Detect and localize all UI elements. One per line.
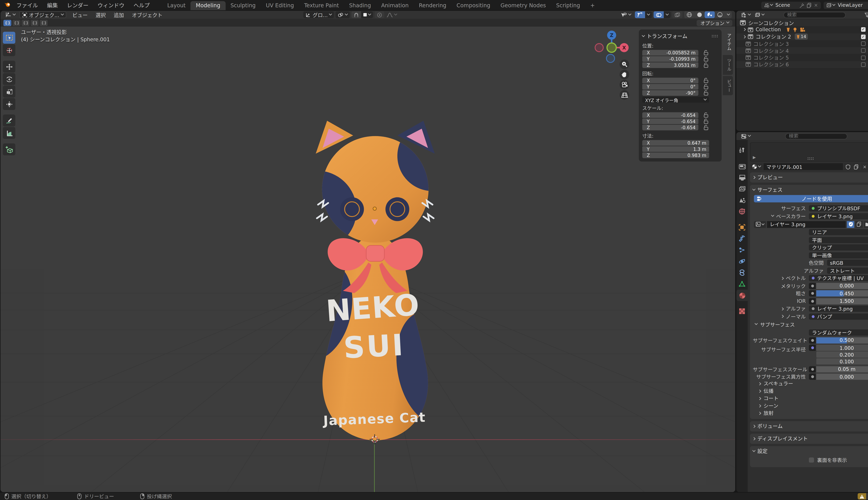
surface-shader-field[interactable]: プリンシプルBSDF [809, 205, 868, 212]
subsurface-scale-slider[interactable]: 0.05 m [816, 366, 868, 372]
expand-icon[interactable] [743, 35, 746, 38]
menu-view[interactable]: ビュー [68, 11, 92, 19]
fake-user-image-button[interactable] [847, 221, 854, 228]
editor-type-button[interactable] [739, 133, 753, 139]
rotation-y-field[interactable]: Y0° [642, 84, 698, 90]
viewlayer-selector[interactable]: ViewLayer × [824, 1, 868, 9]
tab-render-properties[interactable] [736, 160, 748, 172]
tab-particle-properties[interactable] [736, 244, 748, 255]
tab-texture-paint[interactable]: Texture Paint [299, 1, 344, 10]
collapse-icon[interactable] [642, 34, 645, 37]
tab-geometry-nodes[interactable]: Geometry Nodes [495, 1, 551, 10]
tab-tool-properties[interactable] [736, 145, 748, 156]
source-dropdown[interactable]: 単一画像 [809, 252, 868, 258]
location-z-field[interactable]: Z3.0531 m [642, 62, 698, 68]
menu-edit[interactable]: 編集 [43, 0, 62, 10]
specular-subpanel[interactable]: スペキュラー [753, 380, 868, 387]
displacement-panel[interactable]: ディスプレイスメント [750, 434, 868, 444]
editor-type-button[interactable] [3, 11, 18, 18]
colorspace-dropdown[interactable]: sRGB [827, 260, 868, 266]
radius-x-field[interactable]: 1.000 [816, 345, 868, 351]
gizmo-y-axis[interactable] [607, 43, 616, 53]
falloff-dropdown[interactable] [384, 11, 399, 18]
shading-material-button[interactable] [705, 11, 715, 18]
image-name-field[interactable]: レイヤー 3.png [767, 221, 846, 228]
outliner-row-collection-6[interactable]: コレクション 6 [736, 61, 868, 68]
radius-socket-button[interactable] [809, 345, 816, 351]
pivot-point-dropdown[interactable] [335, 11, 350, 18]
tab-constraint-properties[interactable] [736, 267, 748, 278]
normal-field[interactable]: バンプ [809, 313, 868, 319]
gizmo-settings-dropdown[interactable] [645, 11, 652, 18]
viewlayer-name[interactable]: ViewLayer [835, 2, 868, 8]
material-name-field[interactable]: マテリアル.001 [764, 163, 843, 170]
lock-icon[interactable] [704, 125, 708, 130]
collapse-icon[interactable] [752, 437, 755, 440]
ior-socket-button[interactable] [809, 298, 816, 304]
menu-object[interactable]: オブジェクト [128, 11, 167, 19]
options-dropdown[interactable]: オプション [697, 20, 732, 26]
outliner-filter-id-dropdown[interactable] [753, 11, 766, 18]
outliner-row-collection[interactable]: Collection ✓ [736, 26, 868, 33]
weight-socket-button[interactable] [809, 337, 816, 343]
rotation-z-field[interactable]: Z-90° [642, 90, 698, 96]
lock-icon[interactable] [704, 56, 708, 62]
overlays-settings-dropdown[interactable] [664, 11, 671, 18]
select-mode-invert-button[interactable] [31, 20, 38, 26]
zoom-button[interactable] [619, 59, 629, 69]
warning-icon[interactable] [857, 493, 866, 499]
pin-icon[interactable] [799, 3, 804, 8]
snap-settings-dropdown[interactable] [361, 11, 373, 18]
expand-icon[interactable] [781, 315, 784, 318]
viewport-canvas[interactable]: ユーザー・透視投影 (4) シーンコレクション | Sphere.001 [1, 26, 735, 492]
tab-shading[interactable]: Shading [344, 1, 376, 10]
roughness-socket-button[interactable] [809, 290, 816, 296]
expand-icon[interactable] [781, 307, 784, 310]
tool-cursor[interactable] [3, 44, 15, 56]
collapse-icon[interactable] [752, 175, 755, 179]
tab-sculpting[interactable]: Sculpting [225, 1, 261, 10]
scale-socket-button[interactable] [809, 366, 816, 372]
expand-arrow-icon[interactable]: ▶ [753, 155, 756, 160]
gizmo-z-neg-axis[interactable] [606, 54, 615, 62]
panel-grip[interactable] [711, 35, 718, 37]
tool-select-box[interactable] [3, 32, 15, 44]
tool-add-cube[interactable] [3, 144, 15, 155]
dimension-x-field[interactable]: X0.647 m [642, 140, 709, 146]
scene-selector[interactable]: Scene × [761, 1, 821, 9]
tab-layout[interactable]: Layout [162, 1, 191, 10]
select-mode-extend-button[interactable] [12, 20, 21, 26]
select-mode-new-button[interactable] [3, 20, 11, 26]
xray-toggle[interactable] [672, 11, 683, 18]
exclude-checkbox[interactable] [861, 55, 866, 60]
menu-window[interactable]: ウィンドウ [93, 0, 129, 10]
proportional-editing-toggle[interactable] [375, 11, 385, 18]
outliner-search-input[interactable] [783, 12, 845, 18]
alpha-mode-dropdown[interactable]: ストレート [827, 268, 868, 274]
perspective-toggle-button[interactable] [619, 90, 629, 100]
pan-button[interactable] [619, 70, 629, 80]
snap-toggle[interactable] [352, 11, 361, 18]
show-overlays-toggle[interactable] [654, 11, 664, 18]
scale-x-field[interactable]: X-0.654 [642, 112, 698, 118]
lock-icon[interactable] [704, 62, 708, 68]
scene-name[interactable]: Scene [773, 2, 798, 8]
location-y-field[interactable]: Y-0.10993 m [642, 56, 698, 62]
scale-z-field[interactable]: Z-0.654 [642, 125, 698, 130]
new-image-button[interactable] [855, 221, 863, 228]
scale-y-field[interactable]: Y-0.654 [642, 118, 698, 124]
tab-world-properties[interactable] [736, 206, 748, 217]
tab-scene-properties[interactable] [736, 194, 748, 206]
lock-icon[interactable] [704, 112, 708, 118]
tab-physics-properties[interactable] [736, 256, 748, 267]
use-nodes-button[interactable]: ノードを使用 [754, 195, 868, 202]
tab-uv-editing[interactable]: UV Editing [261, 1, 299, 10]
lock-icon[interactable] [704, 90, 708, 96]
tool-transform[interactable] [3, 98, 15, 110]
tab-data-properties[interactable] [736, 278, 748, 289]
subsurface-anisotropy-slider[interactable]: 0.000 [816, 374, 868, 380]
tool-rotate[interactable] [3, 73, 15, 85]
coat-subpanel[interactable]: コート [753, 395, 868, 402]
shading-solid-button[interactable] [694, 11, 705, 18]
radius-y-field[interactable]: 0.200 [816, 351, 868, 357]
